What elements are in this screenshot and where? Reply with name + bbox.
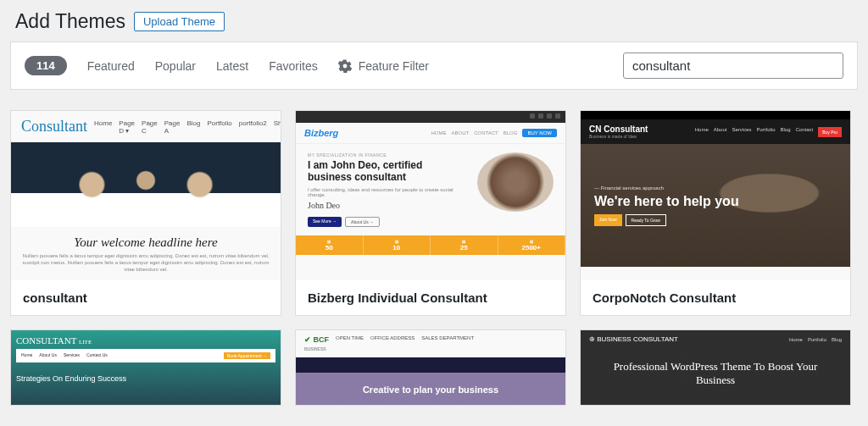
page-title: Add Themes bbox=[15, 10, 125, 33]
results-count-badge: 114 bbox=[25, 56, 67, 75]
gear-icon bbox=[338, 59, 352, 73]
tab-featured[interactable]: Featured bbox=[87, 59, 135, 73]
theme-card-business-consultant[interactable]: ⊕ BUSINESS CONSULTANTHomePortfolioBlog P… bbox=[580, 329, 851, 406]
search-input[interactable] bbox=[623, 53, 843, 79]
tab-popular[interactable]: Popular bbox=[155, 59, 196, 73]
theme-preview: ✔ BCFBUSINESSOPEN TIMEOFFICE ADDRESSSALE… bbox=[296, 330, 565, 406]
theme-card-corponotch[interactable]: CN ConsultantBusiness is made of Idea Ho… bbox=[580, 110, 851, 316]
theme-preview: CN ConsultantBusiness is made of Idea Ho… bbox=[581, 111, 850, 280]
feature-filter-button[interactable]: Feature Filter bbox=[338, 59, 429, 73]
theme-preview: Bizberg HOMEABOUTCONTACTBLOG BUY NOW MY … bbox=[296, 111, 565, 280]
tab-latest[interactable]: Latest bbox=[216, 59, 248, 73]
theme-card-consultant[interactable]: Consultant HomePage D ▾Page CPage ABlogP… bbox=[10, 110, 281, 316]
feature-filter-label: Feature Filter bbox=[359, 59, 429, 73]
theme-card-bcf[interactable]: ✔ BCFBUSINESSOPEN TIMEOFFICE ADDRESSSALE… bbox=[295, 329, 566, 406]
theme-preview: Consultant HomePage D ▾Page CPage ABlogP… bbox=[11, 111, 281, 280]
theme-card-bizberg[interactable]: Bizberg HOMEABOUTCONTACTBLOG BUY NOW MY … bbox=[295, 110, 566, 316]
theme-name: Bizberg Individual Consultant bbox=[296, 280, 565, 315]
filter-bar: 114 Featured Popular Latest Favorites Fe… bbox=[10, 41, 858, 90]
theme-name: consultant bbox=[11, 280, 281, 315]
upload-theme-button[interactable]: Upload Theme bbox=[134, 12, 225, 31]
theme-name: CorpoNotch Consultant bbox=[581, 280, 850, 315]
tab-favorites[interactable]: Favorites bbox=[269, 59, 318, 73]
theme-card-consultant-lite[interactable]: CONSULTANT LITE HomeAbout UsServicesCont… bbox=[10, 329, 281, 406]
themes-grid: Consultant HomePage D ▾Page CPage ABlogP… bbox=[0, 100, 868, 416]
theme-preview: CONSULTANT LITE HomeAbout UsServicesCont… bbox=[11, 330, 281, 406]
theme-preview: ⊕ BUSINESS CONSULTANTHomePortfolioBlog P… bbox=[581, 330, 850, 406]
